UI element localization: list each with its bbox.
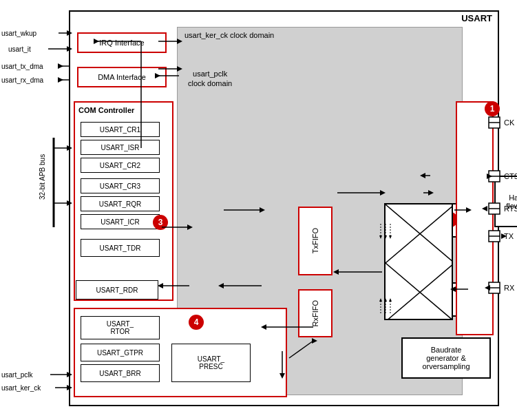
signal-ker-ck-label: usart_ker_ck	[1, 384, 41, 392]
main-container: USART usart_ker_ck clock domain usart_pc…	[0, 0, 517, 420]
reg-cr2: USART_CR2	[81, 158, 160, 173]
rx-arrows-svg	[377, 296, 412, 317]
reg-rtor: USART_ RTOR	[81, 316, 160, 339]
circle-3: 3	[153, 215, 168, 230]
dma-label: DMA Interface	[98, 73, 146, 81]
reg-rqr: USART_RQR	[81, 196, 160, 211]
rxfifo-box: RxFIFO	[298, 289, 333, 337]
pin-ck-label: CK	[504, 118, 515, 127]
signal-tx-dma-label: usart_tx_dma	[1, 63, 43, 70]
tx-arrows-svg	[377, 220, 412, 241]
baud-label: Baudrate generator & orversampling	[422, 346, 469, 370]
svg-marker-13	[379, 298, 382, 302]
svg-marker-15	[389, 298, 392, 302]
usart-title: USART	[461, 13, 492, 23]
svg-marker-23	[58, 77, 63, 83]
reg-cr1: USART_CR1	[81, 122, 160, 137]
svg-marker-9	[389, 235, 392, 239]
rxfifo-label: RxFIFO	[311, 300, 319, 327]
svg-marker-14	[384, 298, 387, 302]
reg-rdr: USART_RDR	[76, 280, 158, 300]
signal-pclk-label: usart_pclk	[1, 371, 34, 379]
svg-marker-76	[501, 233, 507, 239]
signal-it-label: usart_it	[8, 45, 31, 53]
com-box: COM Controller USART_CR1 USART_ISR USART…	[74, 101, 173, 301]
hw-flow-label: Hardware flow control	[506, 193, 517, 210]
reg-icr: USART_ICR	[81, 214, 160, 229]
hw-flow-box: Hardware flow control	[494, 176, 517, 227]
com-title: COM Controller	[78, 106, 134, 114]
pin-tx-label: TX	[504, 232, 514, 240]
usart-outer-box: USART usart_ker_ck clock domain usart_pc…	[69, 10, 499, 406]
pins-box	[456, 101, 494, 335]
baud-box: Baudrate generator & orversampling	[401, 337, 491, 379]
ker-domain-label: usart_ker_ck clock domain	[184, 31, 274, 39]
reg-cr3: USART_CR3	[81, 178, 160, 193]
pclk-label: usart_pclk clock domain	[188, 69, 232, 89]
signal-rx-dma-label: usart_rx_dma	[1, 76, 44, 84]
reg-presc: USART_ PRESC	[171, 344, 251, 382]
irq-box: IRQ Interface	[77, 32, 167, 53]
txfifo-box: TxFIFO	[298, 207, 333, 275]
svg-marker-7	[379, 235, 382, 239]
reg-isr: USART_ISR	[81, 140, 160, 155]
svg-marker-8	[384, 235, 387, 239]
txfifo-label: TxFIFO	[311, 228, 319, 253]
circle-4: 4	[189, 315, 204, 330]
signal-wkup-label: usart_wkup	[1, 30, 37, 37]
apb-label: 32-bit APB bus	[39, 154, 46, 200]
reg-gtpr: USART_GTPR	[81, 344, 160, 361]
dma-box: DMA Interface	[77, 67, 167, 87]
circle-1: 1	[485, 101, 500, 116]
pin-rx-label: RX	[504, 284, 515, 292]
svg-marker-21	[58, 63, 63, 69]
irq-label: IRQ Interface	[99, 39, 144, 47]
bottom-red-box: 4 USART_ RTOR USART_GTPR USART_BRR USART…	[74, 308, 287, 397]
reg-brr: USART_BRR	[81, 364, 160, 382]
reg-tdr: USART_TDR	[81, 239, 160, 257]
